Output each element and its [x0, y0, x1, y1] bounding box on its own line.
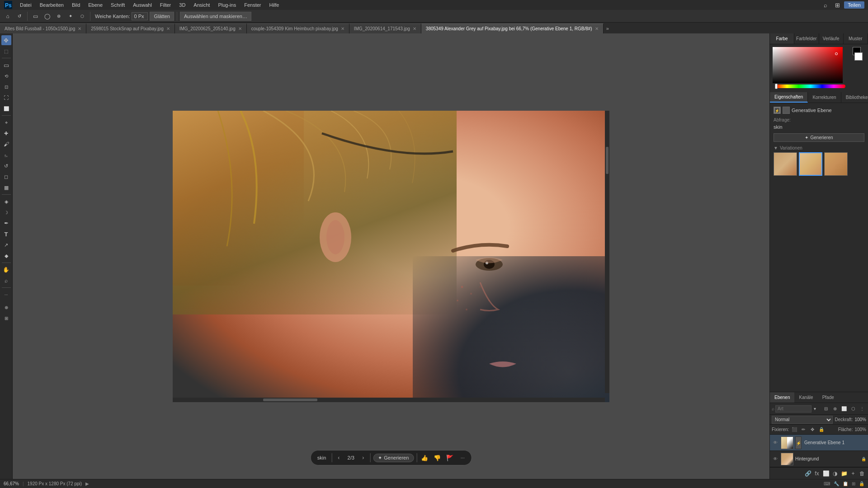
- layers-search-input[interactable]: [775, 405, 811, 413]
- new-smart-filter-button[interactable]: ⬡: [849, 405, 857, 413]
- object-select-tool[interactable]: ⊡: [1, 82, 11, 92]
- variation-thumb-3[interactable]: [824, 152, 848, 176]
- lock-pixels-button[interactable]: ✏: [800, 426, 807, 433]
- smooth-button[interactable]: Glätten: [150, 12, 174, 21]
- layers-tab-pfade[interactable]: Pfade: [818, 392, 839, 403]
- gen-thumbup-button[interactable]: 👍: [420, 453, 429, 463]
- hue-handle[interactable]: [775, 84, 778, 89]
- scroll-thumb-vertical[interactable]: [606, 147, 609, 174]
- hand-tool[interactable]: ✋: [1, 265, 11, 275]
- layers-tab-ebenen[interactable]: Ebenen: [770, 392, 794, 403]
- canvas-scroll-vertical[interactable]: [605, 111, 609, 393]
- tabs-more-button[interactable]: »: [604, 23, 612, 33]
- new-layer-btn[interactable]: +: [849, 469, 857, 478]
- tab-3-close[interactable]: ✕: [238, 26, 242, 31]
- props-tab-eigenschaften[interactable]: Eigenschaften: [770, 92, 808, 103]
- fill-value[interactable]: 100%: [854, 427, 866, 432]
- lasso-tool[interactable]: ⊛: [54, 11, 64, 21]
- color-tab-farbfelder[interactable]: Farbfelder: [794, 33, 819, 44]
- gradient-tool[interactable]: ▦: [1, 183, 11, 192]
- stamp-tool[interactable]: ⎁: [1, 150, 11, 160]
- new-fill-adj-button[interactable]: ◑: [831, 469, 839, 478]
- background-swatch[interactable]: [854, 52, 863, 61]
- rect-tool[interactable]: ▭: [30, 11, 40, 21]
- gen-next-button[interactable]: ›: [359, 454, 367, 462]
- layer-row-generative[interactable]: 👁 ⚡ Generative Ebene 1: [770, 435, 868, 451]
- tab-6[interactable]: 3805349 Alexander Grey auf Pixabay.jpg b…: [421, 23, 604, 33]
- px-input[interactable]: [132, 12, 148, 20]
- arrange-icon[interactable]: ⊞: [832, 0, 842, 10]
- lasso-tool-left[interactable]: ⟲: [1, 71, 11, 81]
- tab-5[interactable]: IMG_20200614_171543.jpg ✕: [349, 23, 421, 33]
- scroll-thumb-horizontal[interactable]: [263, 399, 317, 401]
- teilen-button[interactable]: Teilen: [844, 1, 864, 9]
- layer-vis-hintergrund[interactable]: 👁: [772, 455, 779, 463]
- color-tab-farbe[interactable]: Farbe: [770, 33, 794, 44]
- tab-2[interactable]: 2598015 StockSnap auf Pixabay.jpg ✕: [86, 23, 175, 33]
- variation-thumb-1[interactable]: [774, 152, 797, 176]
- filter-kind-select[interactable]: ▾: [812, 405, 817, 413]
- crop-tool[interactable]: ⛶: [1, 93, 11, 103]
- menu-3d[interactable]: 3D: [175, 1, 189, 9]
- home-tool[interactable]: ⌂: [3, 11, 13, 21]
- color-gradient-picker[interactable]: [773, 47, 843, 83]
- lock-position-button[interactable]: ✥: [809, 426, 816, 433]
- opacity-value[interactable]: 100%: [854, 417, 866, 422]
- link-layers-button[interactable]: 🔗: [804, 469, 812, 478]
- tab-3[interactable]: IMG_20200625_205140.jpg ✕: [175, 23, 247, 33]
- blend-mode-select[interactable]: Normal: [772, 416, 833, 424]
- pen-tool[interactable]: ✒: [1, 218, 11, 228]
- brush-tool[interactable]: 🖌: [1, 139, 11, 149]
- history-back-tool[interactable]: ↺: [14, 11, 24, 21]
- menu-schrift[interactable]: Schrift: [107, 1, 128, 9]
- gen-prev-button[interactable]: ‹: [335, 454, 343, 462]
- layer-options-button[interactable]: ⋮: [858, 405, 866, 413]
- menu-bild[interactable]: Bild: [68, 1, 84, 9]
- new-adjustment-button[interactable]: ⊕: [831, 405, 839, 413]
- layers-tab-kanale[interactable]: Kanäle: [794, 392, 817, 403]
- frame-tool[interactable]: ⬜: [1, 103, 11, 113]
- comp-tool[interactable]: ⊕: [1, 302, 11, 312]
- menu-datei[interactable]: Datei: [16, 1, 35, 9]
- hue-slider[interactable]: [775, 84, 845, 88]
- canvas-scroll-horizontal[interactable]: [173, 398, 605, 402]
- gen-generate-button[interactable]: ✦ Generieren: [373, 454, 414, 462]
- tab-1-close[interactable]: ✕: [78, 26, 81, 31]
- tab-4-close[interactable]: ✕: [341, 26, 344, 31]
- menu-bearbeiten[interactable]: Bearbeiten: [36, 1, 67, 9]
- layer-vis-generative[interactable]: 👁: [772, 439, 779, 446]
- menu-fenster[interactable]: Fenster: [241, 1, 264, 9]
- lock-all-button[interactable]: 🔒: [818, 426, 825, 433]
- move-tool[interactable]: ✥: [1, 35, 11, 45]
- arrange-tool[interactable]: ⊞: [1, 313, 11, 323]
- col-tool[interactable]: ⬡: [77, 11, 87, 21]
- add-fx-button[interactable]: fx: [813, 469, 821, 478]
- status-arrow[interactable]: ▶: [85, 481, 89, 486]
- select-mask-button[interactable]: Auswählen und maskieren…: [180, 12, 251, 21]
- history-brush-tool[interactable]: ↺: [1, 161, 11, 171]
- zoom-percentage[interactable]: 66,67%: [4, 481, 19, 486]
- path-select-tool[interactable]: ↗: [1, 240, 11, 250]
- delete-layer-btn[interactable]: 🗑: [858, 469, 866, 478]
- menu-ansicht[interactable]: Ansicht: [190, 1, 213, 9]
- menu-filter[interactable]: Filter: [156, 1, 175, 9]
- magic-tool[interactable]: ✦: [66, 11, 75, 21]
- gen-more-button[interactable]: ···: [458, 453, 467, 463]
- dodge-tool[interactable]: ☽: [1, 207, 11, 217]
- lock-transparent-button[interactable]: ⬛: [791, 426, 798, 433]
- new-layer-mask-button[interactable]: ⬜: [840, 405, 848, 413]
- menu-plugins[interactable]: Plug-ins: [214, 1, 240, 9]
- text-tool[interactable]: T: [1, 229, 11, 239]
- zoom-tool[interactable]: ⌕: [1, 276, 11, 286]
- properties-generate-button[interactable]: ✦ Generieren: [774, 133, 864, 142]
- menu-ebene[interactable]: Ebene: [85, 1, 106, 9]
- search-icon[interactable]: ⌕: [821, 0, 830, 10]
- new-group-btn[interactable]: 📁: [840, 469, 848, 478]
- gen-flag-button[interactable]: 🚩: [445, 453, 455, 463]
- blur-tool[interactable]: ◈: [1, 197, 11, 206]
- tab-5-close[interactable]: ✕: [413, 26, 416, 31]
- new-group-button[interactable]: ⊟: [822, 405, 830, 413]
- marquee-tool[interactable]: ▭: [1, 60, 11, 70]
- shape-tool[interactable]: ◆: [1, 251, 11, 261]
- variation-thumb-2[interactable]: [799, 152, 822, 176]
